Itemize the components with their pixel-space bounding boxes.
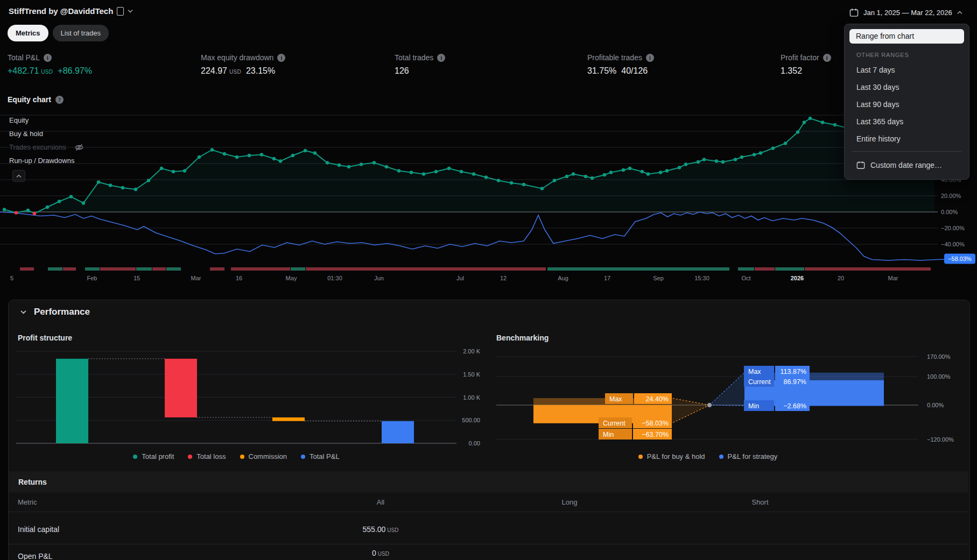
dropdown-item-range-from-chart[interactable]: Range from chart [849,29,964,44]
metric-value: +482.71USD+86.97% [8,66,92,76]
profit-structure-legend-item[interactable]: Commission [240,452,287,460]
benchmarking-legend-item[interactable]: P&L for strategy [719,452,778,460]
returns-column-short: Short [751,498,768,506]
date-range-dropdown: Range from chart OTHER RANGES Last 7 day… [844,24,969,180]
equity-legend-item-0[interactable]: Equity [8,116,30,125]
info-icon[interactable]: i [44,54,52,62]
metric-label-text: Profit factor [781,53,819,62]
metric-value: 224.97USD23.15% [201,66,285,76]
collapse-chart-button[interactable] [12,170,25,182]
returns-row-metric: Open P&L [18,552,53,560]
equity-legend-item-3[interactable]: Run-up / Drawdowns [8,156,76,165]
dropdown-item-custom-date-range[interactable]: Custom date range… [849,155,964,175]
view-tabs: MetricsList of trades [8,25,109,41]
date-range-label: Jan 1, 2025 — Mar 22, 2026 [863,9,952,17]
metric-label: Total tradesi [395,53,445,62]
equity-legend-item-2[interactable]: Trades excursions [8,143,84,152]
legend-label: Total profit [142,452,174,460]
dropdown-item-last-30-days[interactable]: Last 30 days [849,79,964,96]
svg-text:15: 15 [133,275,140,281]
svg-text:20.00%: 20.00% [941,193,961,199]
date-range-control[interactable]: Jan 1, 2025 — Mar 22, 2026 [849,5,971,19]
equity-legend-label: Run-up / Drawdowns [8,156,76,165]
dropdown-item-last-90-days[interactable]: Last 90 days [849,96,964,113]
table-divider [9,544,968,544]
legend-label: P&L for buy & hold [647,452,705,460]
svg-text:Jul: Jul [456,275,464,281]
metric-label-text: Total P&L [8,53,40,62]
tab-metrics[interactable]: Metrics [8,25,48,41]
legend-dot [133,455,137,459]
metric-profitable-trades: Profitable tradesi31.75%40/126 [587,53,654,76]
metric-value: 126 [395,66,445,76]
benchmarking-legend-item[interactable]: P&L for buy & hold [638,452,705,460]
metric-label: Total P&Li [8,53,92,62]
performance-card [8,300,970,560]
legend-dot [638,455,643,459]
eye-off-icon[interactable] [74,143,84,152]
svg-text:17: 17 [604,275,610,281]
profit-structure-legend-item[interactable]: Total profit [133,452,174,460]
svg-text:−58.03%: −58.03% [948,256,972,262]
svg-text:Oct: Oct [741,275,750,281]
chevron-up-icon [16,174,22,178]
returns-column-all: All [377,498,384,506]
tab-list-of-trades[interactable]: List of trades [53,25,109,41]
svg-text:−20.00%: −20.00% [941,225,965,231]
returns-value-main: 555.00 [363,525,386,534]
svg-text:2026: 2026 [791,275,804,281]
legend-dot [301,455,305,459]
metric-value-main: +482.71 [8,66,39,76]
returns-value-unit: USD [387,527,398,533]
metric-value-unit: USD [41,69,53,75]
chevron-down-icon [20,310,26,314]
svg-text:Sep: Sep [653,275,664,281]
dropdown-item-last-365-days[interactable]: Last 365 days [849,113,964,130]
profit-structure-legend-item[interactable]: Total P&L [301,452,340,460]
equity-legend-item-1[interactable]: Buy & hold [8,129,45,138]
metric-value-extra: +86.97% [58,66,92,76]
metric-total-p-l: Total P&Li+482.71USD+86.97% [8,53,92,76]
svg-text:12: 12 [500,275,507,281]
returns-row-metric: Initial capital [18,525,59,534]
returns-column-metric: Metric [18,498,37,506]
svg-text:Aug: Aug [558,275,568,281]
metric-value: 31.75%40/126 [587,66,654,76]
metric-label: Max equity drawdowni [201,53,285,62]
svg-text:16: 16 [236,275,242,281]
metric-value: 1.352 [781,66,831,76]
info-icon[interactable]: i [823,54,831,62]
svg-text:20: 20 [838,275,844,281]
equity-chart-title-text: Equity chart [8,95,51,104]
metric-label-text: Profitable trades [587,53,642,62]
svg-text:−40.00%: −40.00% [941,241,965,247]
dropdown-item-last-7-days[interactable]: Last 7 days [849,61,964,79]
svg-text:0.00%: 0.00% [941,209,958,215]
svg-text:Mar: Mar [888,275,898,281]
chevron-up-icon [957,11,962,15]
dropdown-item-custom-label: Custom date range… [870,161,942,169]
dropdown-section-label: OTHER RANGES [856,52,962,58]
metric-max-equity-drawdown: Max equity drawdowni224.97USD23.15% [201,53,285,76]
missing-glyph-box [117,7,124,16]
dropdown-item-entire-history[interactable]: Entire history [849,130,964,147]
legend-label: Total P&L [310,452,340,460]
metric-value-unit: USD [229,69,241,75]
equity-legend-label: Buy & hold [8,129,45,138]
metric-value-main: 1.352 [781,66,802,76]
metric-value-main: 126 [395,66,409,76]
performance-header[interactable]: Performance [20,307,90,317]
legend-label: P&L for strategy [728,452,778,460]
strategy-title[interactable]: StiffTrend by @DaviddTech [9,6,133,16]
returns-value-main: 0 [372,549,376,557]
returns-value-unit: USD [378,551,389,557]
svg-text:Mar: Mar [191,275,201,281]
help-icon[interactable]: ? [55,96,64,104]
legend-label: Total loss [196,452,226,460]
calendar-icon [856,161,865,169]
info-icon[interactable]: i [437,54,445,62]
profit-structure-legend-item[interactable]: Total loss [188,452,226,460]
equity-legend-label: Trades excursions [8,143,68,152]
info-icon[interactable]: i [646,54,654,62]
info-icon[interactable]: i [277,54,285,62]
